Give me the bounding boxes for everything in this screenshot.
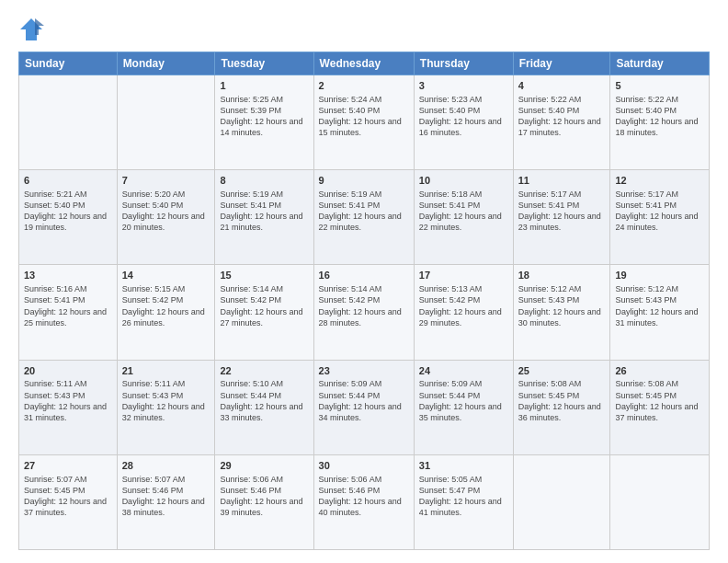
day-number: 3 bbox=[419, 79, 508, 93]
day-number: 26 bbox=[615, 364, 704, 378]
weekday-header-sunday: Sunday bbox=[19, 52, 118, 75]
day-number: 1 bbox=[220, 79, 308, 93]
weekday-header-thursday: Thursday bbox=[414, 52, 513, 75]
day-number: 10 bbox=[419, 174, 508, 188]
calendar-cell: 4Sunrise: 5:22 AM Sunset: 5:40 PM Daylig… bbox=[513, 75, 610, 170]
calendar-cell: 24Sunrise: 5:09 AM Sunset: 5:44 PM Dayli… bbox=[414, 360, 513, 454]
day-info: Sunrise: 5:06 AM Sunset: 5:46 PM Dayligh… bbox=[220, 474, 308, 519]
day-number: 9 bbox=[319, 174, 409, 188]
day-info: Sunrise: 5:13 AM Sunset: 5:42 PM Dayligh… bbox=[419, 283, 508, 328]
day-number: 15 bbox=[220, 269, 308, 282]
day-info: Sunrise: 5:21 AM Sunset: 5:40 PM Dayligh… bbox=[24, 189, 112, 234]
day-number: 28 bbox=[122, 459, 210, 473]
day-info: Sunrise: 5:24 AM Sunset: 5:40 PM Dayligh… bbox=[319, 94, 409, 139]
calendar-cell: 2Sunrise: 5:24 AM Sunset: 5:40 PM Daylig… bbox=[313, 75, 414, 170]
day-number: 24 bbox=[419, 364, 508, 378]
weekday-header-monday: Monday bbox=[117, 52, 215, 75]
calendar-cell: 9Sunrise: 5:19 AM Sunset: 5:41 PM Daylig… bbox=[313, 170, 414, 265]
calendar-cell: 12Sunrise: 5:17 AM Sunset: 5:41 PM Dayli… bbox=[610, 170, 710, 265]
calendar-cell: 27Sunrise: 5:07 AM Sunset: 5:45 PM Dayli… bbox=[19, 454, 118, 549]
calendar-cell: 15Sunrise: 5:14 AM Sunset: 5:42 PM Dayli… bbox=[215, 265, 313, 360]
day-number: 7 bbox=[122, 174, 210, 188]
day-info: Sunrise: 5:20 AM Sunset: 5:40 PM Dayligh… bbox=[122, 189, 210, 234]
day-info: Sunrise: 5:14 AM Sunset: 5:42 PM Dayligh… bbox=[319, 283, 409, 328]
calendar-cell: 30Sunrise: 5:06 AM Sunset: 5:46 PM Dayli… bbox=[313, 454, 414, 549]
day-info: Sunrise: 5:15 AM Sunset: 5:42 PM Dayligh… bbox=[122, 283, 210, 328]
calendar-cell: 18Sunrise: 5:12 AM Sunset: 5:43 PM Dayli… bbox=[513, 265, 610, 360]
day-number: 17 bbox=[419, 269, 508, 282]
day-info: Sunrise: 5:17 AM Sunset: 5:41 PM Dayligh… bbox=[615, 189, 704, 234]
calendar-cell: 28Sunrise: 5:07 AM Sunset: 5:46 PM Dayli… bbox=[117, 454, 215, 549]
day-info: Sunrise: 5:19 AM Sunset: 5:41 PM Dayligh… bbox=[319, 189, 409, 234]
calendar-cell: 20Sunrise: 5:11 AM Sunset: 5:43 PM Dayli… bbox=[19, 360, 118, 454]
calendar-cell bbox=[513, 454, 610, 549]
day-number: 31 bbox=[419, 459, 508, 473]
day-number: 23 bbox=[319, 364, 409, 378]
day-info: Sunrise: 5:14 AM Sunset: 5:42 PM Dayligh… bbox=[220, 283, 308, 328]
day-info: Sunrise: 5:07 AM Sunset: 5:45 PM Dayligh… bbox=[24, 474, 112, 519]
calendar-week-row: 20Sunrise: 5:11 AM Sunset: 5:43 PM Dayli… bbox=[19, 360, 710, 454]
calendar-week-row: 27Sunrise: 5:07 AM Sunset: 5:45 PM Dayli… bbox=[19, 454, 710, 549]
logo bbox=[18, 17, 48, 42]
weekday-header-saturday: Saturday bbox=[610, 52, 710, 75]
day-number: 20 bbox=[24, 364, 112, 378]
day-number: 18 bbox=[518, 269, 606, 282]
weekday-header-tuesday: Tuesday bbox=[215, 52, 313, 75]
calendar-cell: 13Sunrise: 5:16 AM Sunset: 5:41 PM Dayli… bbox=[19, 265, 118, 360]
day-number: 30 bbox=[319, 459, 409, 473]
calendar-cell: 19Sunrise: 5:12 AM Sunset: 5:43 PM Dayli… bbox=[610, 265, 710, 360]
calendar-cell: 6Sunrise: 5:21 AM Sunset: 5:40 PM Daylig… bbox=[19, 170, 118, 265]
calendar-table: SundayMondayTuesdayWednesdayThursdayFrid… bbox=[18, 52, 710, 550]
calendar-cell: 14Sunrise: 5:15 AM Sunset: 5:42 PM Dayli… bbox=[117, 265, 215, 360]
calendar-cell: 21Sunrise: 5:11 AM Sunset: 5:43 PM Dayli… bbox=[117, 360, 215, 454]
calendar-cell: 1Sunrise: 5:25 AM Sunset: 5:39 PM Daylig… bbox=[215, 75, 313, 170]
calendar-cell bbox=[610, 454, 710, 549]
day-info: Sunrise: 5:25 AM Sunset: 5:39 PM Dayligh… bbox=[220, 94, 308, 139]
header bbox=[18, 17, 710, 42]
day-info: Sunrise: 5:11 AM Sunset: 5:43 PM Dayligh… bbox=[122, 378, 210, 423]
day-info: Sunrise: 5:09 AM Sunset: 5:44 PM Dayligh… bbox=[319, 378, 409, 423]
calendar-cell: 16Sunrise: 5:14 AM Sunset: 5:42 PM Dayli… bbox=[313, 265, 414, 360]
day-number: 13 bbox=[24, 269, 112, 282]
day-number: 27 bbox=[24, 459, 112, 473]
day-info: Sunrise: 5:22 AM Sunset: 5:40 PM Dayligh… bbox=[615, 94, 704, 139]
day-info: Sunrise: 5:17 AM Sunset: 5:41 PM Dayligh… bbox=[518, 189, 606, 234]
calendar-cell bbox=[117, 75, 215, 170]
day-number: 16 bbox=[319, 269, 409, 282]
day-number: 25 bbox=[518, 364, 606, 378]
calendar-cell: 29Sunrise: 5:06 AM Sunset: 5:46 PM Dayli… bbox=[215, 454, 313, 549]
weekday-header-friday: Friday bbox=[513, 52, 610, 75]
calendar-page: SundayMondayTuesdayWednesdayThursdayFrid… bbox=[0, 0, 728, 563]
day-info: Sunrise: 5:07 AM Sunset: 5:46 PM Dayligh… bbox=[122, 474, 210, 519]
calendar-cell: 25Sunrise: 5:08 AM Sunset: 5:45 PM Dayli… bbox=[513, 360, 610, 454]
calendar-cell: 8Sunrise: 5:19 AM Sunset: 5:41 PM Daylig… bbox=[215, 170, 313, 265]
calendar-cell: 23Sunrise: 5:09 AM Sunset: 5:44 PM Dayli… bbox=[313, 360, 414, 454]
day-number: 2 bbox=[319, 79, 409, 93]
day-info: Sunrise: 5:12 AM Sunset: 5:43 PM Dayligh… bbox=[615, 283, 704, 328]
calendar-cell: 7Sunrise: 5:20 AM Sunset: 5:40 PM Daylig… bbox=[117, 170, 215, 265]
day-number: 14 bbox=[122, 269, 210, 282]
calendar-week-row: 13Sunrise: 5:16 AM Sunset: 5:41 PM Dayli… bbox=[19, 265, 710, 360]
calendar-week-row: 1Sunrise: 5:25 AM Sunset: 5:39 PM Daylig… bbox=[19, 75, 710, 170]
calendar-cell: 11Sunrise: 5:17 AM Sunset: 5:41 PM Dayli… bbox=[513, 170, 610, 265]
day-info: Sunrise: 5:08 AM Sunset: 5:45 PM Dayligh… bbox=[518, 378, 606, 423]
day-info: Sunrise: 5:05 AM Sunset: 5:47 PM Dayligh… bbox=[419, 474, 508, 519]
day-number: 21 bbox=[122, 364, 210, 378]
day-number: 4 bbox=[518, 79, 606, 93]
day-number: 8 bbox=[220, 174, 308, 188]
day-number: 19 bbox=[615, 269, 704, 282]
day-info: Sunrise: 5:06 AM Sunset: 5:46 PM Dayligh… bbox=[319, 474, 409, 519]
calendar-cell: 17Sunrise: 5:13 AM Sunset: 5:42 PM Dayli… bbox=[414, 265, 513, 360]
day-info: Sunrise: 5:09 AM Sunset: 5:44 PM Dayligh… bbox=[419, 378, 508, 423]
day-info: Sunrise: 5:08 AM Sunset: 5:45 PM Dayligh… bbox=[615, 378, 704, 423]
day-number: 12 bbox=[615, 174, 704, 188]
weekday-header-row: SundayMondayTuesdayWednesdayThursdayFrid… bbox=[19, 52, 710, 75]
day-info: Sunrise: 5:23 AM Sunset: 5:40 PM Dayligh… bbox=[419, 94, 508, 139]
calendar-week-row: 6Sunrise: 5:21 AM Sunset: 5:40 PM Daylig… bbox=[19, 170, 710, 265]
calendar-cell: 3Sunrise: 5:23 AM Sunset: 5:40 PM Daylig… bbox=[414, 75, 513, 170]
day-number: 29 bbox=[220, 459, 308, 473]
day-info: Sunrise: 5:16 AM Sunset: 5:41 PM Dayligh… bbox=[24, 283, 112, 328]
day-number: 22 bbox=[220, 364, 308, 378]
calendar-cell: 10Sunrise: 5:18 AM Sunset: 5:41 PM Dayli… bbox=[414, 170, 513, 265]
day-info: Sunrise: 5:10 AM Sunset: 5:44 PM Dayligh… bbox=[220, 378, 308, 423]
